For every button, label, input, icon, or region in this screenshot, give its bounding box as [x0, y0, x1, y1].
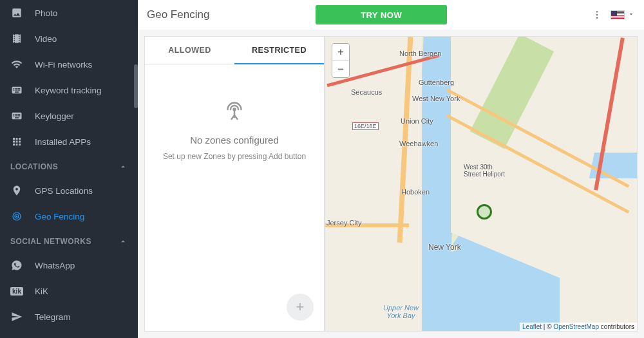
tab-restricted[interactable]: RESTRICTED — [234, 37, 324, 64]
section-title: SOCIAL NETWORKS — [10, 237, 91, 246]
location-pin-icon — [10, 184, 23, 197]
empty-state: No zones configured Set up new Zones by … — [145, 65, 324, 331]
sidebar-item-label: Keyword tracking — [35, 86, 102, 95]
svg-point-3 — [596, 11, 598, 12]
main-area: Geo Fencing TRY NOW ALLOWED RESTRICTED N… — [138, 0, 644, 338]
page-title: Geo Fencing — [147, 8, 308, 21]
section-title: LOCATIONS — [10, 162, 58, 171]
sidebar-item-video[interactable]: Video — [0, 26, 138, 52]
sidebar-item-label: GPS Locations — [35, 186, 93, 196]
antenna-icon — [223, 100, 246, 123]
tab-allowed[interactable]: ALLOWED — [145, 37, 234, 64]
photo-icon — [10, 6, 23, 19]
sidebar-item-whatsapp[interactable]: WhatsApp — [0, 252, 138, 278]
content: ALLOWED RESTRICTED No zones configured S… — [138, 30, 644, 338]
leaflet-link[interactable]: Leaflet — [522, 323, 542, 330]
keyboard-icon — [10, 84, 23, 97]
map-zone-marker[interactable] — [477, 204, 492, 220]
keyboard-icon — [10, 109, 23, 122]
sidebar-item-label: Keylogger — [35, 111, 74, 121]
sidebar-item-label: WhatsApp — [35, 261, 75, 270]
sidebar-item-kik[interactable]: kik KiK — [0, 278, 138, 304]
empty-subtitle: Set up new Zones by pressing Add button — [163, 152, 306, 161]
sidebar-item-apps[interactable]: Installed APPs — [0, 129, 138, 155]
sidebar-item-keyword[interactable]: Keyword tracking — [0, 77, 138, 103]
sidebar-item-telegram[interactable]: Telegram — [0, 304, 138, 330]
scrollbar-thumb[interactable] — [134, 64, 138, 108]
target-icon — [10, 210, 23, 223]
sidebar-item-label: Video — [35, 34, 57, 44]
chevron-down-icon — [627, 9, 635, 21]
kik-icon: kik — [10, 285, 23, 297]
sidebar-item-photo[interactable]: Photo — [0, 0, 138, 26]
zoom-in-button[interactable]: + — [332, 44, 349, 61]
svg-point-2 — [16, 216, 17, 217]
sidebar-item-label: Wi-Fi networks — [35, 60, 92, 70]
us-flag-icon — [611, 10, 625, 19]
try-now-button[interactable]: TRY NOW — [316, 5, 447, 24]
language-selector[interactable] — [611, 9, 635, 21]
map-attribution: Leaflet | © OpenStreetMap contributors — [520, 323, 637, 331]
wifi-icon — [10, 58, 23, 71]
osm-link[interactable]: OpenStreetMap — [553, 323, 599, 330]
section-header-social[interactable]: SOCIAL NETWORKS — [0, 229, 138, 252]
chevron-up-icon — [118, 162, 128, 171]
tabs: ALLOWED RESTRICTED — [145, 37, 324, 65]
svg-point-5 — [596, 17, 598, 18]
sidebar-item-label: Photo — [35, 8, 57, 18]
sidebar-item-wifi[interactable]: Wi-Fi networks — [0, 52, 138, 77]
sidebar-item-label: Geo Fencing — [35, 212, 84, 221]
sidebar-item-gps[interactable]: GPS Locations — [0, 178, 138, 203]
section-header-locations[interactable]: LOCATIONS — [0, 155, 138, 178]
header: Geo Fencing TRY NOW — [138, 0, 644, 30]
sidebar-item-label: KiK — [35, 286, 48, 296]
map-panel: North Bergen Secaucus Guttenberg West Ne… — [325, 36, 638, 332]
chevron-up-icon — [118, 237, 128, 246]
add-zone-button[interactable]: + — [287, 294, 314, 321]
apps-icon — [10, 135, 23, 148]
telegram-icon — [10, 310, 23, 323]
sidebar-item-label: Installed APPs — [35, 137, 91, 147]
empty-title: No zones configured — [190, 135, 279, 146]
more-menu-button[interactable] — [591, 9, 603, 21]
zoom-out-button[interactable]: − — [332, 61, 349, 77]
sidebar: Photo Video Wi-Fi networks Keyword track… — [0, 0, 138, 338]
map-canvas[interactable]: North Bergen Secaucus Guttenberg West Ne… — [325, 37, 637, 331]
svg-point-4 — [596, 14, 598, 15]
video-icon — [10, 32, 23, 45]
map-zoom-controls: + − — [332, 43, 350, 78]
sidebar-item-keylogger[interactable]: Keylogger — [0, 103, 138, 129]
whatsapp-icon — [10, 259, 23, 272]
sidebar-item-geofencing[interactable]: Geo Fencing — [0, 203, 138, 229]
sidebar-item-label: Telegram — [35, 312, 71, 322]
zones-panel: ALLOWED RESTRICTED No zones configured S… — [144, 36, 325, 332]
